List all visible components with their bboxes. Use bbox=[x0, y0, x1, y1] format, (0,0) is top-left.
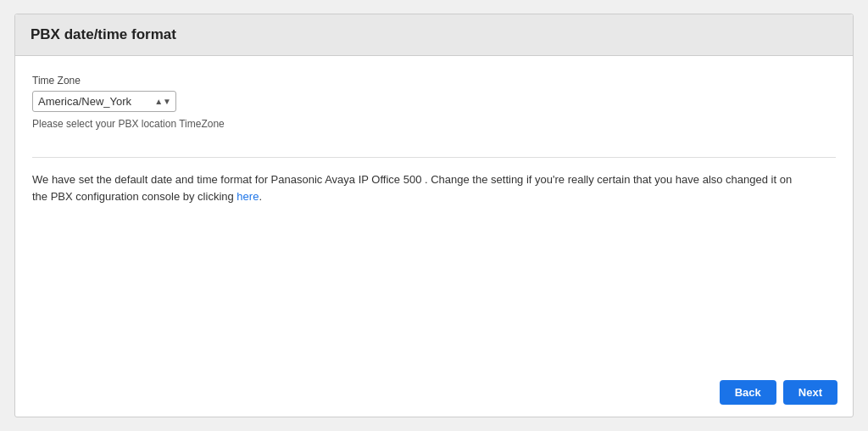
page-body: Time Zone America/New_York America/Chica… bbox=[15, 56, 853, 372]
page-header: PBX date/time format bbox=[15, 14, 853, 56]
timezone-select-wrapper: America/New_York America/Chicago America… bbox=[32, 91, 176, 112]
next-button[interactable]: Next bbox=[783, 380, 837, 405]
info-link[interactable]: here bbox=[236, 190, 259, 203]
main-container: PBX date/time format Time Zone America/N… bbox=[14, 14, 854, 417]
timezone-hint: Please select your PBX location TimeZone bbox=[32, 118, 836, 130]
timezone-select[interactable]: America/New_York America/Chicago America… bbox=[32, 91, 176, 112]
timezone-label: Time Zone bbox=[32, 75, 836, 87]
back-button[interactable]: Back bbox=[720, 380, 776, 405]
page-title: PBX date/time format bbox=[31, 26, 176, 42]
timezone-section: Time Zone America/New_York America/Chica… bbox=[32, 75, 836, 130]
page-footer: Back Next bbox=[15, 372, 853, 417]
info-text-before: We have set the default date and time fo… bbox=[32, 173, 792, 203]
divider bbox=[32, 157, 836, 158]
info-text: We have set the default date and time fo… bbox=[32, 171, 795, 204]
info-text-after: . bbox=[259, 190, 262, 203]
